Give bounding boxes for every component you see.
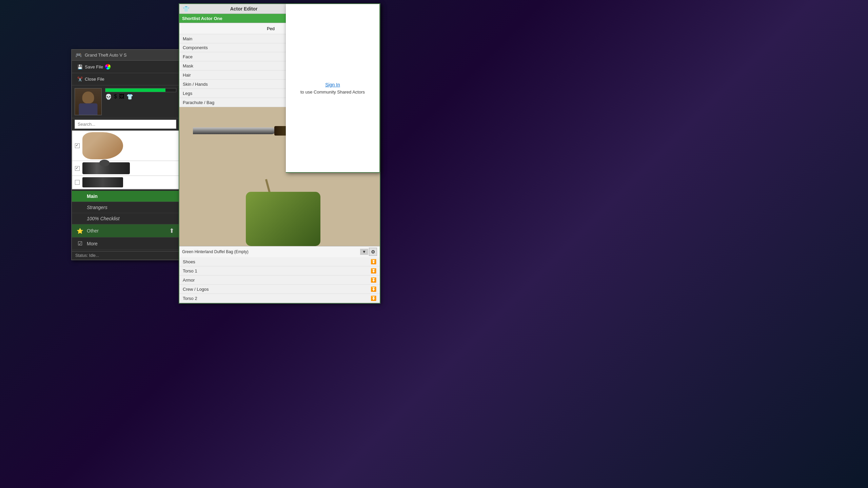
section-shoes-label: Shoes	[183, 259, 371, 264]
health-fill	[105, 88, 165, 92]
save-icon: 💾	[77, 64, 83, 69]
shirt-icon: 👕	[126, 94, 133, 100]
toolbar-row: 💾 Save File	[72, 61, 179, 73]
section-armor-label: Armor	[183, 278, 371, 283]
bottom-dropdown: Green Hinterland Duffel Bag (Empty) ▼ ⚙	[179, 246, 380, 257]
close-file-row: ✂️ Close File	[72, 73, 179, 85]
hand-weapon-preview	[82, 132, 123, 159]
knife-visual	[193, 117, 295, 144]
bottom-settings-button[interactable]: ⚙	[369, 248, 377, 256]
checkbox-icon: ☑	[77, 240, 83, 247]
section-torso1-arrow: ⏬	[371, 268, 376, 273]
section-torso2-arrow: ⏬	[371, 296, 376, 301]
sidebar-item-checklist[interactable]: 100% Checklist	[72, 213, 179, 224]
dollar-icon: $	[114, 94, 117, 100]
list-item	[72, 161, 179, 176]
section-shoes-arrow: ⏬	[371, 259, 376, 264]
sidebar-item-more[interactable]: ☑ More	[72, 238, 179, 250]
star-icon: ⭐	[77, 228, 83, 234]
knife-blade	[193, 127, 281, 134]
status-text: Status: Idle...	[75, 253, 99, 258]
up-arrow-icon: ⬆	[169, 227, 174, 235]
bottom-dropdown-arrow[interactable]: ▼	[360, 249, 368, 255]
health-bar	[105, 88, 176, 92]
character-preview: 💀 $ 🖼 👕	[72, 85, 179, 118]
left-panel-header: 🎮 Grand Theft Auto V S	[72, 50, 179, 61]
sign-in-link[interactable]: Sign In	[325, 82, 340, 87]
left-panel-content: 💾 Save File ✂️ Close File	[72, 61, 179, 251]
close-file-button[interactable]: ✂️ Close File	[75, 75, 107, 83]
weapon-checkbox-2[interactable]	[75, 166, 80, 171]
section-torso2[interactable]: Torso 2 ⏬	[179, 294, 380, 303]
avatar-head	[82, 92, 94, 103]
section-armor[interactable]: Armor ⏬	[179, 276, 380, 285]
section-crew-logos-arrow: ⏬	[371, 286, 376, 292]
section-torso1[interactable]: Torso 1 ⏬	[179, 266, 380, 276]
section-torso2-label: Torso 2	[183, 296, 371, 301]
section-torso1-label: Torso 1	[183, 268, 371, 273]
color-wheel-icon	[105, 64, 111, 69]
list-item	[72, 131, 179, 161]
rifle-weapon-preview	[82, 162, 130, 174]
weapon-list	[72, 130, 179, 189]
list-item	[72, 176, 179, 189]
app-icon: 🎮	[75, 52, 82, 58]
search-container-left	[72, 118, 179, 130]
section-armor-arrow: ⏬	[371, 277, 376, 283]
right-panel: Sign In to use Community Shared Actors	[286, 3, 380, 173]
sign-in-description: to use Community Shared Actors	[300, 89, 365, 95]
left-panel: 🎮 Grand Theft Auto V S 💾 Save File ✂️ Cl…	[71, 49, 180, 260]
nav-menu: Main Strangers 100% Checklist ⭐ Other ⬆ …	[72, 189, 179, 251]
foreground-bag	[246, 178, 331, 246]
weapon-checkbox-1[interactable]	[75, 143, 80, 148]
sidebar-item-other[interactable]: ⭐ Other ⬆	[72, 224, 179, 238]
search-input-left[interactable]	[75, 120, 176, 129]
avatar	[75, 88, 102, 115]
skull-icon: 💀	[105, 94, 112, 100]
section-crew-logos[interactable]: Crew / Logos ⏬	[179, 285, 380, 294]
sidebar-item-strangers[interactable]: Strangers	[72, 202, 179, 213]
app-title: Grand Theft Auto V S	[85, 53, 126, 58]
rifle-scope	[99, 160, 110, 166]
health-bar-container: 💀 $ 🖼 👕	[105, 88, 176, 100]
char-icons: 💀 $ 🖼 👕	[105, 94, 176, 100]
weapon-preview-3	[82, 177, 123, 187]
bottom-dropdown-label: Green Hinterland Duffel Bag (Empty)	[182, 249, 360, 254]
picture-icon: 🖼	[119, 94, 124, 100]
save-file-button[interactable]: 💾 Save File	[75, 63, 113, 71]
sidebar-item-main[interactable]: Main	[72, 191, 179, 202]
section-shoes[interactable]: Shoes ⏬	[179, 257, 380, 266]
actor-editor-title: Actor Editor	[230, 6, 258, 12]
status-bar: Status: Idle...	[72, 251, 179, 260]
avatar-placeholder	[75, 88, 101, 115]
bag-body	[246, 192, 320, 246]
actor-editor-icon: 👕	[183, 6, 190, 12]
section-crew-logos-label: Crew / Logos	[183, 287, 371, 292]
weapon-checkbox-3[interactable]	[75, 180, 80, 185]
avatar-body	[79, 103, 98, 115]
close-file-icon: ✂️	[77, 77, 83, 82]
rifle-container	[82, 162, 130, 174]
